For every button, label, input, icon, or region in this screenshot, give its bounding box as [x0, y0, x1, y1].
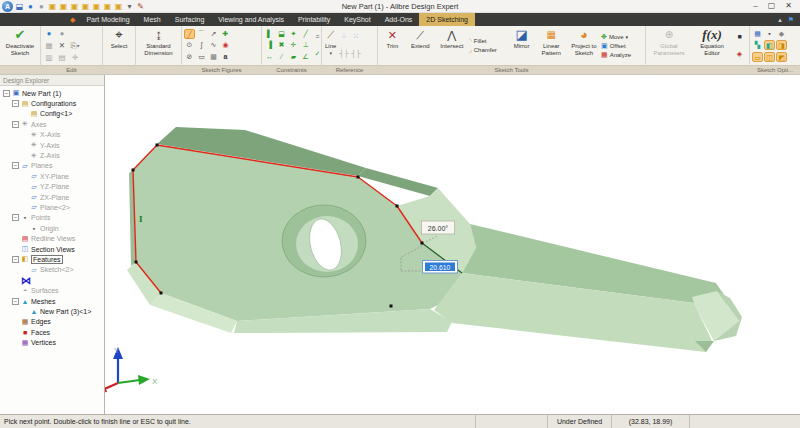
close-button[interactable]: ✕	[785, 1, 792, 11]
tree-item-zx-plane[interactable]: ▱ZX-Plane	[0, 192, 104, 202]
circle-icon[interactable]: ⊙	[184, 40, 195, 50]
tree-item-meshes[interactable]: −▲Meshes	[0, 296, 104, 306]
horizontal-constraint-icon[interactable]: ⬓	[276, 29, 287, 39]
spline-icon[interactable]: ʃ	[196, 40, 207, 50]
text-icon[interactable]: a	[220, 52, 231, 62]
cube-icon[interactable]: ▣	[103, 2, 112, 11]
tree-item-surfaces[interactable]: ◓Surfaces	[0, 285, 104, 295]
project-to-sketch-button[interactable]: ◕ Project to Sketch	[568, 27, 601, 64]
extend-button[interactable]: ⟋ Extend	[406, 27, 435, 64]
save-icon[interactable]: ⬓	[15, 2, 24, 11]
offset-button[interactable]: ▣ Offset	[601, 42, 643, 50]
ortho-icon[interactable]: ◆	[776, 29, 787, 39]
sphere-icon[interactable]: ●	[37, 2, 46, 11]
menu-tab-viewing-and-analysis[interactable]: Viewing and Analysis	[211, 13, 291, 26]
angle-constraint-icon[interactable]: ⁄	[276, 52, 287, 62]
tree-item-yz-plane[interactable]: ▱YZ-Plane	[0, 182, 104, 192]
tangent-constraint-icon[interactable]: ✦	[288, 29, 299, 39]
deactivate-sketch-button[interactable]: ✔ Deactivate Sketch	[2, 27, 38, 64]
color-scheme-icon[interactable]: ◈	[734, 49, 745, 59]
app-menu-icon[interactable]: ◆	[0, 13, 79, 26]
concentric-constraint-icon[interactable]: ✛	[288, 40, 299, 50]
menu-tab-surfacing[interactable]: Surfacing	[168, 13, 212, 26]
tree-item-plane-2-[interactable]: ▱Plane<2>	[0, 202, 104, 212]
coincident-constraint-icon[interactable]: ✖	[276, 40, 287, 50]
tree-item-configurations[interactable]: −▤Configurations	[0, 98, 104, 108]
help-icon[interactable]: ⚑	[788, 16, 794, 24]
delete-x-icon[interactable]: ✕	[56, 40, 68, 51]
tree-expander-icon[interactable]: −	[12, 162, 19, 169]
snap-to-grid-icon[interactable]: ◧	[764, 40, 775, 50]
fillet-button[interactable]: ◝ Fillet	[469, 37, 507, 45]
copy-icon[interactable]: ⎘▾	[69, 40, 81, 51]
cube-icon[interactable]: ▣	[114, 2, 123, 11]
menu-tab-add-ons[interactable]: Add-Ons	[378, 13, 420, 26]
plus-icon[interactable]: ✛	[69, 52, 81, 63]
menu-tab-2d-sketching[interactable]: 2D Sketching	[419, 13, 475, 26]
move-button[interactable]: ✥ Move ▾	[601, 33, 643, 41]
tree-item-planes[interactable]: −▱Planes	[0, 161, 104, 171]
alibre-logo-icon[interactable]: A	[2, 1, 13, 12]
ellipse-icon[interactable]: ⊘	[184, 52, 195, 62]
colinear-constraint-icon[interactable]: ▐	[264, 40, 275, 50]
snapshot-icon[interactable]: ■	[734, 32, 745, 42]
tree-item-points[interactable]: −▪Points	[0, 213, 104, 223]
menu-tab-mesh[interactable]: Mesh	[137, 13, 168, 26]
rectangle-icon[interactable]: ▭	[196, 52, 207, 62]
sphere-gray-icon[interactable]: ●	[56, 28, 68, 39]
grid-icon[interactable]: ▦	[43, 40, 55, 51]
divider-right-icon[interactable]: ┤├	[350, 49, 361, 59]
hatch-icon[interactable]: ▩	[208, 52, 219, 62]
equation-editor-button[interactable]: f(x) Equation Editor	[691, 27, 733, 64]
infer-constraints-icon[interactable]: ◫	[764, 52, 775, 62]
tree-item-edges[interactable]: ▦Edges	[0, 317, 104, 327]
cube-icon[interactable]: ▣	[92, 2, 101, 11]
paste-icon[interactable]: ▥	[43, 52, 55, 63]
divider-left-icon[interactable]: ┤├	[338, 49, 349, 59]
chamfer-button[interactable]: ◞ Chamfer	[469, 46, 507, 54]
parallel-constraint-icon[interactable]: ╱	[300, 29, 311, 39]
reference-node-icon[interactable]: ⁙	[350, 32, 361, 42]
tree-item-xy-plane[interactable]: ▱XY-Plane	[0, 171, 104, 181]
tree-item-x-axis[interactable]: ✳X-Axis	[0, 130, 104, 140]
tree-expander-icon[interactable]: −	[12, 100, 19, 107]
polyline-icon[interactable]: ∿	[208, 40, 219, 50]
cube-icon[interactable]: ▣	[81, 2, 90, 11]
select-button[interactable]: ⌖ Select	[105, 27, 133, 64]
tree-item-redline-views[interactable]: ▤Redline Views	[0, 233, 104, 243]
construction-circle-icon[interactable]: ◉	[220, 40, 231, 50]
tree-item-features[interactable]: −◧Features	[0, 254, 104, 264]
reference-point-icon[interactable]: ⁘	[338, 32, 349, 42]
cube-icon[interactable]: ▣	[59, 2, 68, 11]
show-dimensions-icon[interactable]: ◩	[776, 52, 787, 62]
cube-icon[interactable]: ▣	[70, 2, 79, 11]
arc-icon[interactable]: ⌒	[196, 29, 207, 39]
collapse-ribbon-icon[interactable]: ▴	[778, 16, 782, 24]
mirror-button[interactable]: ◪ Mirror	[508, 27, 535, 64]
tree-item-vertices[interactable]: ▦Vertices	[0, 337, 104, 347]
tree-expander-icon[interactable]: −	[3, 90, 10, 97]
tree-item-config-1-[interactable]: ▤Config<1>	[0, 109, 104, 119]
duplicate-icon[interactable]: ▤	[56, 52, 68, 63]
tree-item-origin[interactable]: ▪Origin	[0, 223, 104, 233]
pencil-icon[interactable]: ✎	[136, 2, 145, 11]
equal-constraint-icon[interactable]: ↔	[264, 52, 275, 62]
midpoint-constraint-icon[interactable]: ∠	[300, 52, 311, 62]
point-icon[interactable]: ✚	[220, 29, 231, 39]
show-constraints-icon[interactable]: ▚	[752, 40, 763, 50]
standard-dimension-button[interactable]: ↨ Standard Dimension	[138, 27, 179, 64]
trim-button[interactable]: ✕ Trim	[380, 27, 405, 64]
menu-tab-keyshot[interactable]: KeyShot	[337, 13, 377, 26]
tree-item-axes[interactable]: −✳Axes	[0, 119, 104, 129]
tree-item-y-axis[interactable]: ✳Y-Axis	[0, 140, 104, 150]
tree-item-faces[interactable]: ■Faces	[0, 327, 104, 337]
tree-item-sketch-2-[interactable]: ▱Sketch<2>	[0, 265, 104, 275]
tree-item-z-axis[interactable]: ✳Z-Axis	[0, 150, 104, 160]
linear-pattern-button[interactable]: ▦ Linear Pattern	[536, 27, 567, 64]
snap-icon[interactable]: ▪	[764, 29, 775, 39]
length-input[interactable]: 20.610	[423, 261, 458, 274]
grid-display-icon[interactable]: ▦	[752, 29, 763, 39]
line-tool-icon[interactable]: ╱	[184, 29, 195, 39]
maximize-button[interactable]: ▢	[768, 1, 776, 11]
globe-icon[interactable]: ●	[26, 2, 35, 11]
